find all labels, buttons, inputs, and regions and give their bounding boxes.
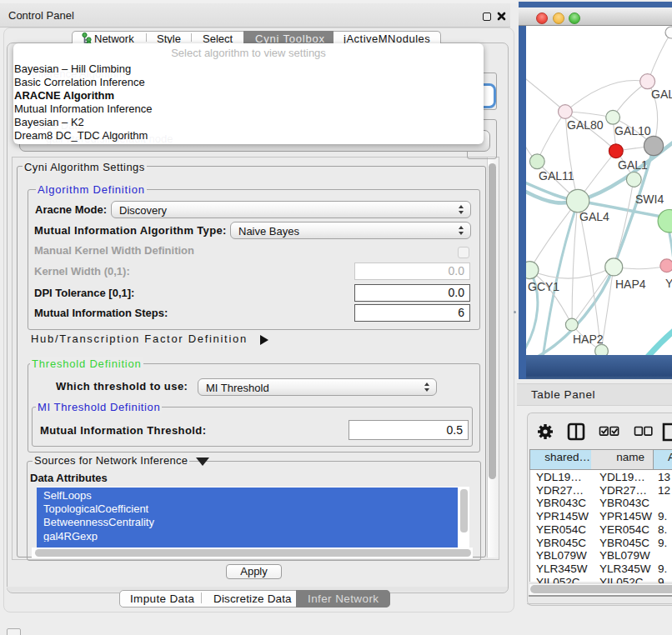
svg-text:HAP2: HAP2 [573, 332, 604, 346]
svg-text:GAL4: GAL4 [579, 210, 609, 223]
svg-text:Y: Y [665, 277, 672, 290]
svg-text:GAL11: GAL11 [539, 169, 574, 182]
svg-text:SWI4: SWI4 [635, 192, 664, 206]
svg-text:GCY1: GCY1 [528, 280, 559, 293]
svg-text:GAL80: GAL80 [567, 118, 604, 132]
svg-text:GAL7: GAL7 [651, 88, 672, 101]
svg-text:GAL10: GAL10 [614, 124, 651, 138]
svg-text:GAL1: GAL1 [618, 158, 648, 172]
svg-text:HAP4: HAP4 [615, 278, 646, 291]
